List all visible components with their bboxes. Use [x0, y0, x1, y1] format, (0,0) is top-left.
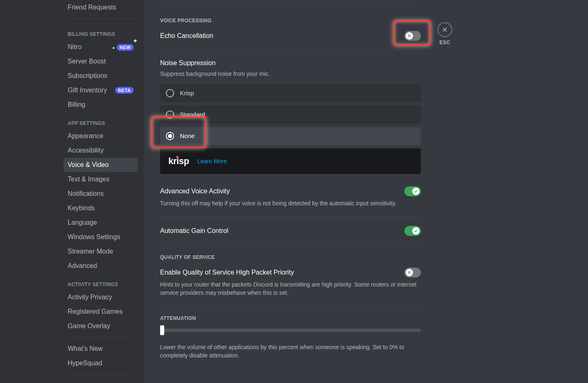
- close-settings: ESC: [437, 22, 452, 45]
- check-icon: [413, 189, 418, 194]
- sidebar-item-label: Billing: [68, 101, 85, 108]
- sidebar-separator: [68, 374, 134, 375]
- close-icon: [442, 26, 448, 33]
- sidebar-item-notifications[interactable]: Notifications: [64, 187, 138, 201]
- sidebar-item-text-images[interactable]: Text & Images: [64, 172, 138, 186]
- sidebar-item-accessibility[interactable]: Accessibility: [64, 143, 138, 157]
- settings-main: VOICE PROCESSING Echo Cancellation Noise…: [144, 0, 588, 383]
- section-heading-qos: QUALITY OF SERVICE: [160, 254, 421, 260]
- radio-icon: [166, 132, 174, 140]
- sidebar-item-game-overlay[interactable]: Game Overlay: [64, 319, 138, 333]
- sidebar-item-whats-new[interactable]: What's New: [64, 342, 138, 356]
- check-icon: [413, 228, 418, 233]
- sidebar-item-label: Notifications: [68, 190, 104, 197]
- attenuation-desc: Lower the volume of other applications b…: [160, 343, 421, 360]
- sidebar-item-label: Text & Images: [68, 176, 109, 183]
- sidebar-item-label: Windows Settings: [68, 233, 120, 241]
- badge-beta: BETA: [115, 87, 134, 94]
- sidebar-item-friend-requests[interactable]: Friend Requests: [64, 0, 138, 14]
- sidebar-heading-billing: BILLING SETTINGS: [64, 23, 138, 40]
- sidebar-separator: [68, 337, 134, 338]
- sidebar-item-advanced[interactable]: Advanced: [64, 259, 138, 273]
- sparkle-icon: ✦: [112, 46, 115, 50]
- echo-cancellation-label: Echo Cancellation: [160, 32, 213, 40]
- automatic-gain-control-label: Automatic Gain Control: [160, 227, 228, 235]
- radio-icon: [166, 110, 174, 119]
- qos-label: Enable Quality of Service High Packet Pr…: [160, 269, 294, 276]
- sidebar-item-logout[interactable]: Log Out: [64, 379, 138, 383]
- krisp-learn-more-link[interactable]: Learn More: [197, 158, 227, 164]
- noise-option-none[interactable]: None: [160, 127, 421, 145]
- sidebar-item-label: HypeSquad: [68, 360, 102, 367]
- sidebar-item-label: Accessibility: [68, 147, 104, 154]
- toggle-knob: [406, 269, 413, 276]
- sidebar-heading-app: APP SETTINGS: [64, 112, 138, 129]
- esc-label: ESC: [437, 40, 452, 45]
- badge-new: NEW: [117, 44, 134, 51]
- sidebar-item-label: Keybinds: [68, 204, 95, 212]
- noise-option-krisp[interactable]: Krisp: [160, 84, 421, 102]
- sidebar-item-label: Server Boost: [68, 58, 106, 65]
- radio-label: None: [180, 132, 195, 139]
- sidebar-item-windows-settings[interactable]: Windows Settings: [64, 230, 138, 244]
- advanced-voice-activity-toggle[interactable]: [404, 186, 421, 196]
- section-heading-attenuation: ATTENUATION: [160, 315, 421, 321]
- sidebar-item-label: What's New: [68, 345, 103, 352]
- sidebar-item-label: Gift Inventory: [68, 87, 107, 94]
- radio-label: Standard: [180, 111, 205, 118]
- toggle-knob: [412, 188, 420, 195]
- krisp-info-banner: krisp Learn More: [160, 148, 421, 174]
- sidebar-item-appearance[interactable]: Appearance: [64, 129, 138, 143]
- sidebar-separator: [68, 19, 134, 19]
- automatic-gain-control-toggle[interactable]: [404, 226, 421, 236]
- sidebar-item-label: Game Overlay: [68, 322, 110, 330]
- close-button[interactable]: [437, 22, 452, 37]
- section-heading-voice-processing: VOICE PROCESSING: [160, 18, 421, 23]
- noise-suppression-desc: Suppress background noise from your mic.: [160, 70, 421, 78]
- sidebar-item-billing[interactable]: Billing: [64, 98, 138, 112]
- sidebar-item-subscriptions[interactable]: Subscriptions: [64, 69, 138, 83]
- noise-option-standard[interactable]: Standard: [160, 106, 421, 124]
- radio-icon: [166, 89, 174, 97]
- sidebar-item-label: Appearance: [68, 132, 103, 140]
- sidebar-item-label: Language: [68, 219, 97, 226]
- toggle-knob: [406, 32, 413, 40]
- sidebar-item-streamer-mode[interactable]: Streamer Mode: [64, 244, 138, 258]
- sidebar-item-language[interactable]: Language: [64, 216, 138, 230]
- sidebar-item-label: Activity Privacy: [68, 294, 112, 301]
- x-icon: [407, 270, 412, 275]
- sidebar-item-gift-inventory[interactable]: Gift Inventory BETA: [64, 83, 138, 97]
- noise-suppression-label: Noise Suppression: [160, 59, 421, 67]
- sidebar-item-voice-video[interactable]: Voice & Video: [64, 158, 138, 172]
- advanced-voice-activity-desc: Turning this off may help if your voice …: [160, 200, 421, 208]
- slider-thumb[interactable]: [160, 325, 164, 335]
- advanced-voice-activity-label: Advanced Voice Activity: [160, 188, 230, 195]
- sidebar-item-label: Subscriptions: [68, 72, 107, 80]
- sidebar-item-activity-privacy[interactable]: Activity Privacy: [64, 290, 138, 304]
- sidebar-item-label: Nitro: [68, 43, 82, 51]
- sparkle-icon: ✦: [133, 38, 138, 44]
- sidebar-item-label: Advanced: [68, 262, 97, 270]
- krisp-logo: krisp: [168, 156, 189, 167]
- sidebar-item-registered-games[interactable]: Registered Games: [64, 305, 138, 319]
- sidebar-item-hypesquad[interactable]: HypeSquad: [64, 356, 138, 370]
- toggle-knob: [412, 227, 420, 235]
- sidebar-item-label: Streamer Mode: [68, 248, 113, 255]
- sidebar-heading-activity: ACTIVITY SETTINGS: [64, 273, 138, 290]
- radio-label: Krisp: [180, 89, 194, 96]
- sidebar-item-label: Registered Games: [68, 308, 123, 315]
- sidebar-item-keybinds[interactable]: Keybinds: [64, 201, 138, 215]
- sidebar-item-server-boost[interactable]: Server Boost: [64, 54, 138, 68]
- settings-sidebar: Friend Requests BILLING SETTINGS Nitro N…: [0, 0, 144, 383]
- attenuation-slider[interactable]: [160, 329, 421, 332]
- echo-cancellation-toggle[interactable]: [404, 31, 421, 41]
- sidebar-item-label: Voice & Video: [68, 161, 109, 169]
- qos-toggle[interactable]: [404, 268, 421, 277]
- qos-desc: Hints to your router that the packets Di…: [160, 281, 421, 297]
- sidebar-item-nitro[interactable]: Nitro NEW ✦ ✦: [64, 40, 138, 54]
- sidebar-item-label: Friend Requests: [68, 4, 116, 11]
- x-icon: [407, 33, 412, 38]
